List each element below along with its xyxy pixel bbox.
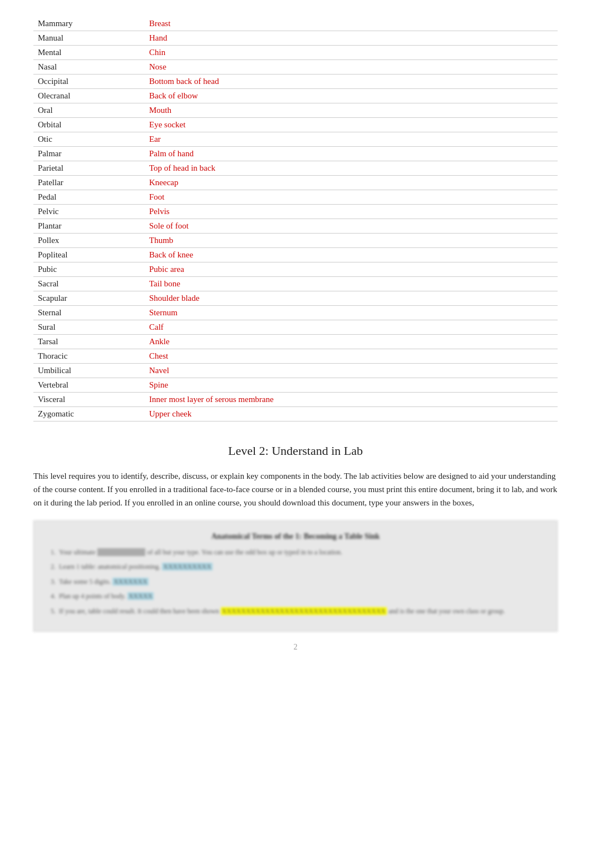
definition-cell: Breast — [145, 17, 558, 31]
term-cell: Vertebral — [33, 378, 145, 393]
table-row: PatellarKneecap — [33, 176, 558, 190]
term-cell: Olecranal — [33, 89, 145, 103]
definition-cell: Back of elbow — [145, 89, 558, 103]
term-cell: Pollex — [33, 234, 145, 248]
definition-cell: Ankle — [145, 335, 558, 349]
term-cell: Thoracic — [33, 349, 145, 364]
definition-cell: Inner most layer of serous membrane — [145, 393, 558, 407]
definition-cell: Back of knee — [145, 248, 558, 262]
term-cell: Tarsal — [33, 335, 145, 349]
definition-cell: Kneecap — [145, 176, 558, 190]
term-cell: Popliteal — [33, 248, 145, 262]
blurred-heading: Anatomical Terms of the 1: Becoming a Ta… — [51, 532, 540, 541]
table-row: PlantarSole of foot — [33, 219, 558, 234]
definition-cell: Nose — [145, 60, 558, 75]
term-cell: Occipital — [33, 75, 145, 89]
table-row: OlecranalBack of elbow — [33, 89, 558, 103]
table-row: SacralTail bone — [33, 277, 558, 291]
definition-cell: Mouth — [145, 103, 558, 118]
section-heading: Level 2: Understand in Lab — [33, 444, 558, 458]
table-row: PedalFoot — [33, 190, 558, 205]
term-cell: Visceral — [33, 393, 145, 407]
blurred-section: Anatomical Terms of the 1: Becoming a Ta… — [33, 520, 558, 632]
definition-cell: Spine — [145, 378, 558, 393]
term-cell: Mammary — [33, 17, 145, 31]
term-cell: Sacral — [33, 277, 145, 291]
terms-table: MammaryBreastManualHandMentalChinNasalNo… — [33, 17, 558, 421]
blurred-content: 1. Your ultimate XXXXXXXXXX of all but y… — [51, 547, 540, 617]
table-row: OccipitalBottom back of head — [33, 75, 558, 89]
table-row: OticEar — [33, 132, 558, 147]
definition-cell: Ear — [145, 132, 558, 147]
table-row: PalmarPalm of hand — [33, 147, 558, 161]
definition-cell: Thumb — [145, 234, 558, 248]
term-cell: Sternal — [33, 306, 145, 320]
definition-cell: Foot — [145, 190, 558, 205]
definition-cell: Chest — [145, 349, 558, 364]
term-cell: Zygomatic — [33, 407, 145, 421]
table-row: OralMouth — [33, 103, 558, 118]
table-row: ScapularShoulder blade — [33, 291, 558, 306]
table-row: VisceralInner most layer of serous membr… — [33, 393, 558, 407]
table-row: ZygomaticUpper cheek — [33, 407, 558, 421]
term-cell: Nasal — [33, 60, 145, 75]
definition-cell: Navel — [145, 364, 558, 378]
term-cell: Sural — [33, 320, 145, 335]
table-row: PollexThumb — [33, 234, 558, 248]
definition-cell: Calf — [145, 320, 558, 335]
definition-cell: Sternum — [145, 306, 558, 320]
page-container: MammaryBreastManualHandMentalChinNasalNo… — [0, 0, 591, 835]
term-cell: Orbital — [33, 118, 145, 132]
term-cell: Parietal — [33, 161, 145, 176]
term-cell: Scapular — [33, 291, 145, 306]
term-cell: Mental — [33, 46, 145, 60]
table-row: MammaryBreast — [33, 17, 558, 31]
table-row: UmbilicalNavel — [33, 364, 558, 378]
table-row: SuralCalf — [33, 320, 558, 335]
term-cell: Oral — [33, 103, 145, 118]
table-row: VertebralSpine — [33, 378, 558, 393]
table-row: PoplitealBack of knee — [33, 248, 558, 262]
definition-cell: Top of head in back — [145, 161, 558, 176]
term-cell: Pubic — [33, 262, 145, 277]
definition-cell: Eye socket — [145, 118, 558, 132]
definition-cell: Chin — [145, 46, 558, 60]
table-row: ThoracicChest — [33, 349, 558, 364]
term-cell: Palmar — [33, 147, 145, 161]
term-cell: Patellar — [33, 176, 145, 190]
term-cell: Umbilical — [33, 364, 145, 378]
term-cell: Pedal — [33, 190, 145, 205]
definition-cell: Hand — [145, 31, 558, 46]
body-text: This level requires you to identify, des… — [33, 469, 558, 509]
table-row: NasalNose — [33, 60, 558, 75]
table-row: ManualHand — [33, 31, 558, 46]
table-row: OrbitalEye socket — [33, 118, 558, 132]
definition-cell: Tail bone — [145, 277, 558, 291]
term-cell: Otic — [33, 132, 145, 147]
table-row: PelvicPelvis — [33, 205, 558, 219]
table-row: ParietalTop of head in back — [33, 161, 558, 176]
definition-cell: Sole of foot — [145, 219, 558, 234]
definition-cell: Pubic area — [145, 262, 558, 277]
term-cell: Manual — [33, 31, 145, 46]
definition-cell: Pelvis — [145, 205, 558, 219]
table-row: PubicPubic area — [33, 262, 558, 277]
definition-cell: Bottom back of head — [145, 75, 558, 89]
table-row: SternalSternum — [33, 306, 558, 320]
table-row: MentalChin — [33, 46, 558, 60]
bottom-space — [33, 652, 558, 819]
definition-cell: Upper cheek — [145, 407, 558, 421]
table-row: TarsalAnkle — [33, 335, 558, 349]
term-cell: Plantar — [33, 219, 145, 234]
page-number: 2 — [33, 643, 558, 652]
definition-cell: Palm of hand — [145, 147, 558, 161]
definition-cell: Shoulder blade — [145, 291, 558, 306]
term-cell: Pelvic — [33, 205, 145, 219]
